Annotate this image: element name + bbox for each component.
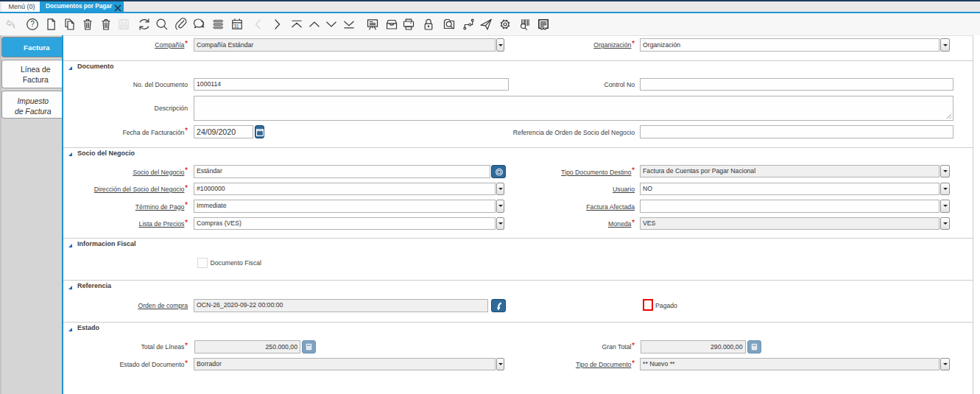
svg-text:31: 31: [233, 24, 239, 29]
svg-text:?: ?: [30, 20, 35, 28]
